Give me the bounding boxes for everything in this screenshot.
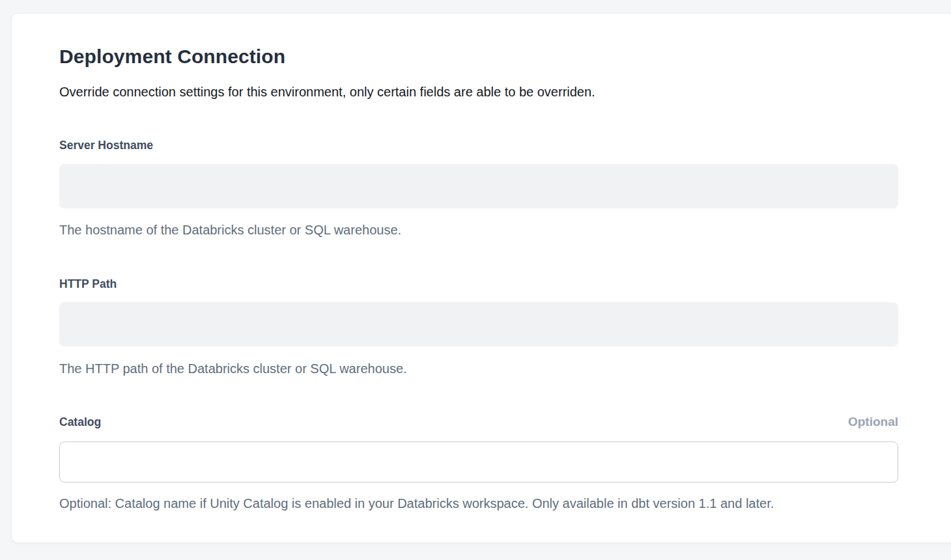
server-hostname-label: Server Hostname	[59, 138, 898, 152]
server-hostname-input[interactable]	[59, 164, 898, 208]
http-path-helper: The HTTP path of the Databricks cluster …	[59, 361, 898, 376]
catalog-input[interactable]	[59, 441, 898, 483]
catalog-helper: Optional: Catalog name if Unity Catalog …	[59, 496, 898, 511]
http-path-label: HTTP Path	[59, 277, 898, 291]
deployment-connection-card: Deployment Connection Override connectio…	[11, 13, 951, 543]
catalog-label-row: Catalog Optional	[59, 415, 898, 429]
page-subtitle: Override connection settings for this en…	[59, 84, 898, 100]
page-title: Deployment Connection	[59, 46, 898, 67]
catalog-label: Catalog	[59, 415, 101, 429]
server-hostname-helper: The hostname of the Databricks cluster o…	[59, 223, 898, 238]
optional-badge: Optional	[848, 415, 898, 429]
http-path-input[interactable]	[59, 302, 898, 346]
